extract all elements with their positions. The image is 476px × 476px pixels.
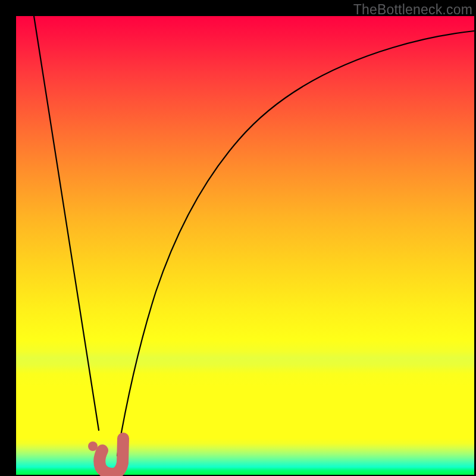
marker-dot — [88, 441, 98, 451]
curve-overlay — [0, 0, 476, 476]
chart-frame: TheBottleneck.com — [0, 0, 476, 476]
marker-hook — [99, 439, 123, 474]
left-limb-curve — [34, 16, 99, 430]
right-limb-curve — [117, 31, 474, 456]
